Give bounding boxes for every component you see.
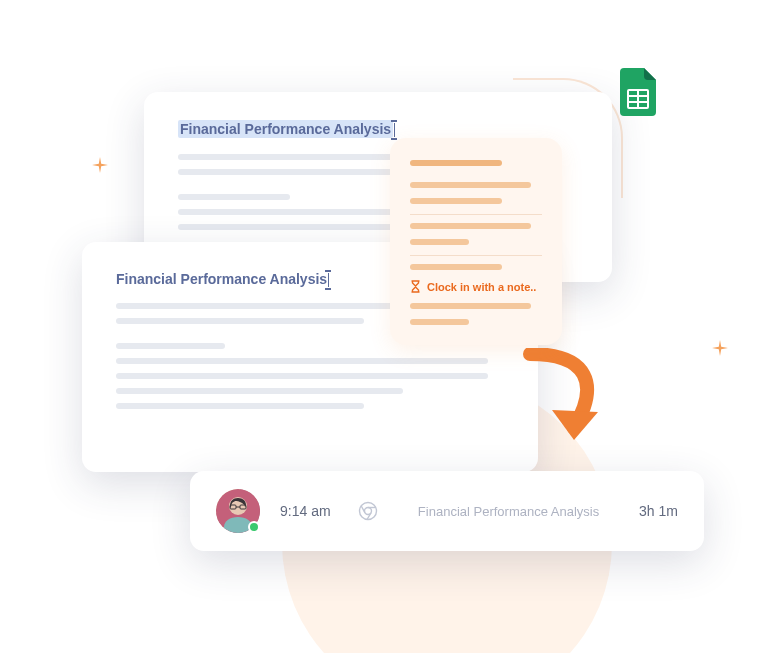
avatar[interactable]: [216, 489, 260, 533]
clock-in-menu-item[interactable]: Clock in with a note..: [410, 280, 542, 293]
menu-placeholder: [410, 198, 502, 204]
status-online-icon: [248, 521, 260, 533]
entry-start-time: 9:14 am: [280, 503, 338, 519]
document-title[interactable]: Financial Performance Analysis: [178, 120, 393, 138]
chrome-icon: [358, 501, 378, 521]
sparkle-icon: [712, 340, 728, 356]
text-cursor-icon: [394, 123, 395, 137]
menu-placeholder: [410, 303, 531, 309]
text-placeholder: [116, 403, 364, 409]
menu-placeholder: [410, 160, 502, 166]
menu-placeholder: [410, 264, 502, 270]
google-sheets-icon: [620, 68, 656, 116]
sparkle-icon: [92, 157, 108, 173]
entry-task-name: Financial Performance Analysis: [398, 504, 619, 519]
time-entry-row[interactable]: 9:14 am Financial Performance Analysis 3…: [190, 471, 704, 551]
text-placeholder: [116, 358, 488, 364]
text-placeholder: [178, 194, 290, 200]
menu-placeholder: [410, 182, 531, 188]
text-placeholder: [116, 373, 488, 379]
text-placeholder: [116, 388, 403, 394]
menu-placeholder: [410, 223, 531, 229]
hourglass-icon: [410, 280, 421, 293]
menu-placeholder: [410, 239, 469, 245]
clock-in-label: Clock in with a note..: [427, 281, 536, 293]
text-placeholder: [116, 343, 225, 349]
text-cursor-icon: [328, 273, 329, 287]
arrow-down-icon: [512, 348, 622, 453]
document-title: Financial Performance Analysis: [116, 271, 327, 287]
context-menu[interactable]: Clock in with a note..: [390, 138, 562, 345]
menu-placeholder: [410, 319, 469, 325]
entry-duration: 3h 1m: [639, 503, 678, 519]
divider: [410, 255, 542, 256]
text-placeholder: [116, 318, 364, 324]
divider: [410, 214, 542, 215]
